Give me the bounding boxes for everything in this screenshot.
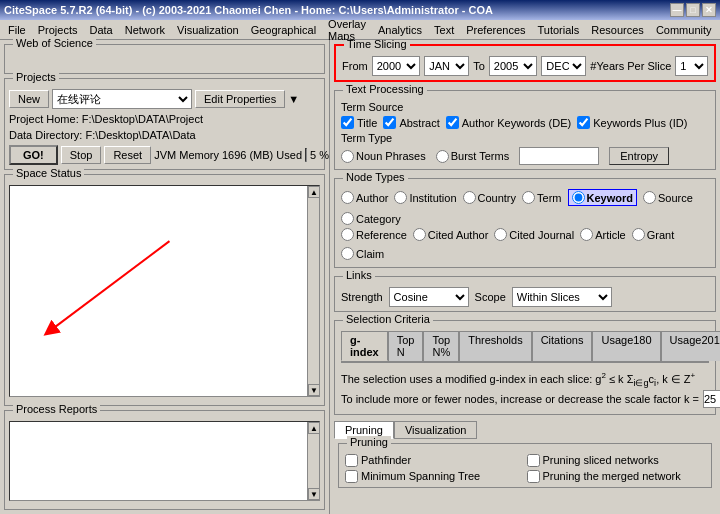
source-radio-label[interactable]: Source	[643, 191, 693, 204]
scope-label: Scope	[475, 291, 506, 303]
k-value-input[interactable]	[703, 390, 720, 408]
article-radio-label[interactable]: Article	[580, 228, 626, 241]
abstract-checkbox[interactable]	[383, 116, 396, 129]
space-status-scrollbar[interactable]: ▲ ▼	[307, 186, 319, 396]
tab-usage2013[interactable]: Usage2013	[661, 331, 720, 361]
author-keywords-check-label[interactable]: Author Keywords (DE)	[446, 116, 571, 129]
term-radio-label[interactable]: Term	[522, 191, 561, 204]
cited-journal-radio-label[interactable]: Cited Journal	[494, 228, 574, 241]
pathfinder-label[interactable]: Pathfinder	[345, 454, 524, 467]
reference-radio[interactable]	[341, 228, 354, 241]
tab-usage180[interactable]: Usage180	[592, 331, 660, 361]
title-checkbox[interactable]	[341, 116, 354, 129]
close-button[interactable]: ✕	[702, 3, 716, 17]
menu-projects[interactable]: Projects	[32, 22, 84, 38]
menu-resources[interactable]: Resources	[585, 22, 650, 38]
menu-geographical[interactable]: Geographical	[245, 22, 322, 38]
stop-button[interactable]: Stop	[61, 146, 102, 164]
scope-select[interactable]: Within SlicesOverall	[512, 287, 612, 307]
keyword-radio-label[interactable]: Keyword	[568, 189, 637, 206]
strength-select[interactable]: CosinePearsonJaccard	[389, 287, 469, 307]
menu-community[interactable]: Community	[650, 22, 718, 38]
pruning-tab-visualization[interactable]: Visualization	[394, 421, 478, 439]
scroll-down-icon[interactable]: ▼	[308, 384, 320, 396]
burst-terms-label[interactable]: Burst Terms	[436, 150, 509, 163]
menu-file[interactable]: File	[2, 22, 32, 38]
menu-tutorials[interactable]: Tutorials	[532, 22, 586, 38]
claim-type-text: Claim	[356, 248, 384, 260]
process-scroll-thumb[interactable]	[308, 434, 319, 488]
term-radio[interactable]	[522, 191, 535, 204]
node-types-row1: Author Institution Country Term Keyword	[341, 189, 709, 225]
menu-text[interactable]: Text	[428, 22, 460, 38]
mst-label[interactable]: Minimum Spanning Tree	[345, 470, 524, 483]
country-radio[interactable]	[463, 191, 476, 204]
noun-phrases-label[interactable]: Noun Phrases	[341, 150, 426, 163]
go-button[interactable]: GO!	[9, 145, 58, 165]
cited-author-radio-label[interactable]: Cited Author	[413, 228, 489, 241]
new-button[interactable]: New	[9, 90, 49, 108]
to-year-select[interactable]: 200020012002200320042005	[489, 56, 538, 76]
project-dropdown[interactable]: 在线评论	[52, 89, 192, 109]
cited-author-radio[interactable]	[413, 228, 426, 241]
process-scrollbar[interactable]: ▲ ▼	[307, 422, 319, 500]
country-radio-label[interactable]: Country	[463, 191, 517, 204]
tab-top-n-pct[interactable]: Top N%	[423, 331, 459, 361]
links-box: Links Strength CosinePearsonJaccard Scop…	[334, 276, 716, 312]
strength-label: Strength	[341, 291, 383, 303]
edit-properties-button[interactable]: Edit Properties	[195, 90, 285, 108]
article-radio[interactable]	[580, 228, 593, 241]
keywords-plus-check-label[interactable]: Keywords Plus (ID)	[577, 116, 687, 129]
source-radio[interactable]	[643, 191, 656, 204]
menu-data[interactable]: Data	[83, 22, 118, 38]
menu-network[interactable]: Network	[119, 22, 171, 38]
tab-thresholds[interactable]: Thresholds	[459, 331, 531, 361]
scroll-thumb[interactable]	[308, 198, 319, 384]
menu-analytics[interactable]: Analytics	[372, 22, 428, 38]
author-radio-label[interactable]: Author	[341, 191, 388, 204]
from-month-select[interactable]: JANFEBMARAPRMAYJUNJULAUGSEPOCTNOVDEC	[424, 56, 469, 76]
pruning-sliced-label[interactable]: Pruning sliced networks	[527, 454, 706, 467]
tab-g-index[interactable]: g-index	[341, 331, 388, 361]
pruning-merged-checkbox[interactable]	[527, 470, 540, 483]
mst-checkbox[interactable]	[345, 470, 358, 483]
maximize-button[interactable]: □	[686, 3, 700, 17]
years-per-slice-select[interactable]: 123	[675, 56, 708, 76]
minimize-button[interactable]: —	[670, 3, 684, 17]
entropy-button[interactable]: Entropy	[609, 147, 669, 165]
menu-preferences[interactable]: Preferences	[460, 22, 531, 38]
links-row: Strength CosinePearsonJaccard Scope With…	[341, 287, 709, 307]
author-keywords-checkbox[interactable]	[446, 116, 459, 129]
pruning-sliced-checkbox[interactable]	[527, 454, 540, 467]
keywords-plus-checkbox[interactable]	[577, 116, 590, 129]
burst-terms-input[interactable]	[519, 147, 599, 165]
grant-radio[interactable]	[632, 228, 645, 241]
reset-button[interactable]: Reset	[104, 146, 151, 164]
keyword-radio[interactable]	[572, 191, 585, 204]
to-month-select[interactable]: JANFEBMARAPRMAYJUNJULAUGSEPOCTNOVDEC	[541, 56, 586, 76]
burst-terms-radio[interactable]	[436, 150, 449, 163]
abstract-check-label[interactable]: Abstract	[383, 116, 439, 129]
pruning-merged-label[interactable]: Pruning the merged network	[527, 470, 706, 483]
tab-citations[interactable]: Citations	[532, 331, 593, 361]
grant-radio-label[interactable]: Grant	[632, 228, 675, 241]
title-check-label[interactable]: Title	[341, 116, 377, 129]
dropdown-arrow-icon[interactable]: ▼	[288, 93, 299, 105]
category-radio[interactable]	[341, 212, 354, 225]
claim-radio-label[interactable]: Claim	[341, 247, 384, 260]
scroll-up-icon[interactable]: ▲	[308, 186, 320, 198]
process-scroll-up-icon[interactable]: ▲	[308, 422, 320, 434]
noun-phrases-radio[interactable]	[341, 150, 354, 163]
reference-radio-label[interactable]: Reference	[341, 228, 407, 241]
author-radio[interactable]	[341, 191, 354, 204]
menu-visualization[interactable]: Visualization	[171, 22, 245, 38]
cited-journal-radio[interactable]	[494, 228, 507, 241]
from-year-select[interactable]: 200020012002200320042005	[372, 56, 421, 76]
institution-radio[interactable]	[394, 191, 407, 204]
claim-radio[interactable]	[341, 247, 354, 260]
pathfinder-checkbox[interactable]	[345, 454, 358, 467]
tab-top-n[interactable]: Top N	[388, 331, 424, 361]
institution-radio-label[interactable]: Institution	[394, 191, 456, 204]
process-scroll-down-icon[interactable]: ▼	[308, 488, 320, 500]
category-radio-label[interactable]: Category	[341, 212, 401, 225]
